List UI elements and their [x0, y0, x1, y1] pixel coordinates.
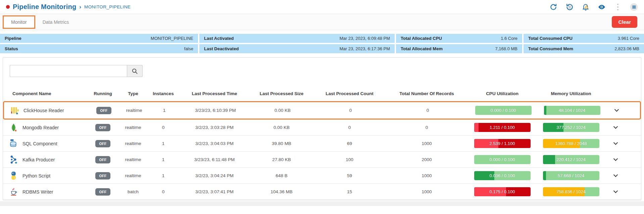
last-processed-count-cell: 69 — [313, 141, 386, 146]
running-cell: OFF — [87, 188, 119, 196]
memory-utilization-pill: 1360.788 / 2048 — [543, 139, 599, 148]
table-header-row: Component NameRunningTypeInstancesLast P… — [3, 86, 641, 101]
memory-utilization-pill: 48.104 / 1024 — [544, 106, 600, 115]
cpu-utilization-pill-value: 0.000 / 0.100 — [474, 155, 531, 164]
summary-label: Last Deactivated — [204, 46, 239, 51]
component-name: SQL Component — [22, 141, 57, 146]
table-row[interactable]: Python ScriptOFFrealtime13/2/23, 3:04:24… — [3, 168, 641, 184]
mongodb-icon — [9, 123, 18, 132]
table-row[interactable]: ClickHouse ReaderOFFrealtime13/23/23, 6:… — [3, 101, 641, 120]
instances-cell: 1 — [148, 108, 180, 113]
kafka-icon — [9, 155, 18, 164]
summary-value: 7,168.0 MB — [495, 46, 518, 51]
search-input[interactable] — [10, 65, 127, 77]
component-name: Python Script — [22, 173, 50, 179]
column-header: Running — [87, 91, 119, 96]
running-cell: OFF — [87, 124, 119, 131]
type-cell: realtime — [119, 125, 147, 130]
tab-data-metrics[interactable]: Data Metrics — [35, 16, 77, 28]
menu-list-icon[interactable] — [630, 3, 638, 11]
summary-cell: Total Allocated Mem7,168.0 MB — [396, 44, 522, 53]
running-badge: OFF — [95, 124, 110, 131]
expand-row-chevron-icon[interactable] — [605, 157, 626, 162]
last-processed-count-cell: 15 — [313, 189, 386, 194]
app-header: Pipeline Monitoring › MONITOR_PIPELINE — [0, 0, 644, 14]
search-button[interactable] — [127, 65, 143, 77]
memory-utilization-pill: 758.836 / 1024 — [543, 187, 599, 196]
cpu-utilization-pill-value: 0.000 / 0.100 — [475, 106, 532, 115]
summary-value: 1.6 Core — [501, 36, 517, 41]
column-header: Component Name — [3, 91, 87, 96]
table-row[interactable]: Kafka ProducerOFFrealtime13/23/23, 6:11:… — [3, 152, 641, 168]
table-row[interactable]: Mongodb ReaderOFFrealtime03/2/23, 3:03:2… — [3, 120, 641, 136]
refresh-icon[interactable] — [549, 3, 557, 11]
component-name-cell: SQL Component — [3, 139, 87, 148]
more-options-icon[interactable] — [614, 3, 622, 11]
table-row[interactable]: SQL ComponentOFFrealtime13/2/23, 3:04:03… — [3, 136, 641, 152]
component-name-cell: ClickHouse Reader — [4, 106, 88, 115]
page-title: Pipeline Monitoring — [13, 3, 76, 11]
component-name-cell: Kafka Producer — [3, 155, 87, 164]
type-cell: realtime — [119, 157, 147, 162]
instances-cell: 0 — [147, 189, 179, 194]
type-cell: realtime — [119, 173, 147, 178]
breadcrumb-separator: › — [79, 4, 81, 10]
column-header: Memory Utilization — [537, 91, 605, 96]
memory-utilization-pill: 220.412 / 1024 — [543, 155, 599, 164]
pipeline-summary: PipelineMONITOR_PIPELINELast ActivatedMa… — [0, 34, 644, 53]
running-badge: OFF — [96, 107, 111, 114]
last-processed-time-cell: 3/2/23, 3:07:41 PM — [179, 189, 250, 194]
total-records-cell: 0 — [386, 125, 468, 130]
python-icon — [9, 171, 18, 180]
component-name-cell: RDBMS Writer — [3, 187, 87, 196]
summary-cell: Last ActivatedMar 23, 2023, 6:09:48 PM — [199, 34, 395, 43]
expand-row-chevron-icon[interactable] — [606, 108, 627, 113]
memory-utilization-pill-value: 758.836 / 1024 — [543, 187, 599, 196]
summary-cell: Last DeactivatedMar 23, 2023, 6:17:36 PM — [199, 44, 395, 53]
alerts-bell-icon[interactable] — [582, 3, 590, 11]
summary-label: Total Allocated CPU — [401, 36, 442, 41]
cpu-utilization-pill: 2.539 / 1.100 — [474, 139, 531, 148]
column-header: CPU Utilization — [468, 91, 537, 96]
expand-row-chevron-icon[interactable] — [605, 189, 626, 195]
last-processed-size-cell: 27.80 KB — [250, 157, 313, 162]
summary-label: Last Activated — [204, 36, 234, 41]
cpu-utilization-pill: 1.211 / 0.100 — [474, 123, 531, 132]
last-processed-count-cell: 0 — [314, 108, 387, 113]
table-row[interactable]: RDBMS WriterOFFbatch03/2/23, 3:07:41 PM1… — [3, 184, 641, 200]
component-name-cell: Mongodb Reader — [3, 123, 87, 132]
summary-cell: Total Consumed Mem2,823.06 MB — [524, 44, 644, 53]
watch-eye-icon[interactable] — [598, 3, 606, 11]
type-cell: batch — [119, 189, 147, 194]
last-processed-size-cell: 0.00 KB — [250, 125, 313, 130]
last-processed-time-cell: 3/23/23, 6:11:48 PM — [179, 157, 250, 162]
clear-button[interactable]: Clear — [612, 16, 637, 28]
total-records-cell: 1000 — [386, 173, 468, 178]
memory-utilization-pill-value: 1360.788 / 2048 — [543, 139, 599, 148]
expand-row-chevron-icon[interactable] — [605, 125, 626, 130]
summary-cell: Total Consumed CPU3.961 Core — [524, 34, 644, 43]
expand-row-chevron-icon[interactable] — [605, 141, 626, 146]
running-cell: OFF — [87, 156, 119, 163]
clickhouse-icon — [10, 106, 19, 115]
running-badge: OFF — [95, 156, 110, 163]
total-records-cell: 1000 — [386, 141, 468, 146]
last-processed-size-cell: 0.00 KB — [251, 108, 314, 113]
memory-utilization-pill-value: 220.412 / 1024 — [543, 155, 599, 164]
expand-row-chevron-icon[interactable] — [605, 173, 626, 179]
summary-value: Mar 23, 2023, 6:17:36 PM — [340, 46, 390, 51]
cpu-utilization-pill-value: 0.036 / 0.100 — [474, 171, 531, 180]
cpu-utilization-pill-value: 2.539 / 1.100 — [474, 139, 531, 148]
last-processed-count-cell: 0 — [313, 125, 386, 130]
running-badge: OFF — [95, 188, 110, 196]
last-processed-time-cell: 3/2/23, 3:04:24 PM — [179, 173, 250, 178]
component-name: Kafka Producer — [22, 157, 55, 162]
status-dot-icon — [6, 5, 10, 9]
last-processed-size-cell: 104.36 MB — [250, 189, 313, 194]
tab-monitor[interactable]: Monitor — [3, 15, 35, 29]
history-log-icon[interactable] — [565, 3, 574, 11]
cpu-utilization-pill: 0.175 / 0.100 — [474, 187, 531, 196]
component-name: ClickHouse Reader — [23, 108, 64, 113]
memory-utilization-pill: 377.252 / 1024 — [543, 123, 599, 132]
instances-cell: 0 — [147, 125, 179, 130]
